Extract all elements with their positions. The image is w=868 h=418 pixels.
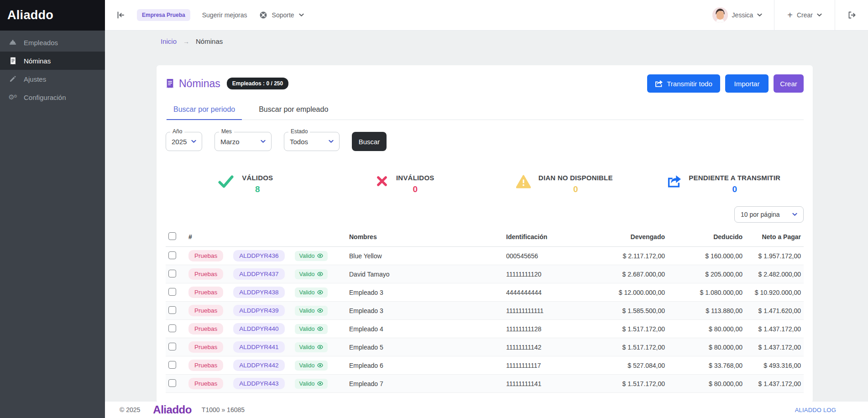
earned-amount: $ 527.084,00 — [595, 356, 668, 375]
payroll-code-link[interactable]: ALDDPYR437 — [233, 268, 284, 280]
test-tag-badge: Pruebas — [188, 250, 223, 261]
sidebar-item-configuracion[interactable]: ⚙⚙ Configuración — [0, 88, 105, 106]
eye-icon — [317, 271, 323, 277]
breadcrumb-home-link[interactable]: Inicio — [161, 37, 177, 45]
eye-icon — [317, 253, 323, 259]
status-valid-badge[interactable]: Valido — [295, 379, 328, 389]
sidebar-item-label: Configuración — [24, 94, 66, 101]
payroll-code-link[interactable]: ALDDPYR436 — [233, 250, 284, 261]
row-checkbox[interactable] — [168, 288, 176, 296]
page-size-value: 10 por página — [741, 211, 788, 218]
row-checkbox[interactable] — [168, 361, 176, 369]
net-amount: $ 1.471.620,00 — [745, 302, 804, 320]
month-select[interactable]: Mes Marzo — [214, 132, 272, 151]
aliaddo-log-link[interactable]: ALIADDO LOG — [795, 407, 836, 413]
employee-id: 11111111120 — [503, 265, 595, 283]
stat-label: DIAN NO DISPONIBLE — [539, 174, 613, 182]
filters-row: Año 2025 Mes Marzo Estado Todos Busc — [166, 132, 804, 151]
import-button[interactable]: Importar — [725, 74, 769, 93]
stat-block: INVÁLIDOS 0 — [325, 174, 485, 194]
life-ring-icon — [259, 11, 267, 19]
row-checkbox[interactable] — [168, 379, 176, 387]
plus-icon: + — [787, 10, 793, 20]
eye-icon — [317, 362, 323, 368]
create-button[interactable]: Crear — [774, 74, 804, 93]
sidebar-collapse-icon[interactable] — [116, 10, 125, 20]
status-valid-badge[interactable]: Valido — [295, 324, 328, 334]
status-valid-badge[interactable]: Valido — [295, 342, 328, 352]
eye-icon — [317, 381, 323, 387]
pagesize-row: 10 por página — [166, 206, 804, 223]
deducted-amount: $ 1.080.000,00 — [668, 283, 745, 302]
breadcrumb: Inicio → Nóminas — [161, 37, 813, 45]
state-value: Todos — [290, 138, 324, 146]
net-amount: $ 1.957.172,00 — [745, 247, 804, 265]
year-select[interactable]: Año 2025 — [166, 132, 202, 151]
net-amount: $ 1.437.172,00 — [745, 375, 804, 393]
invoice-icon — [8, 57, 17, 65]
pencil-icon — [8, 75, 17, 83]
user-name: Jessica — [732, 11, 753, 19]
logout-button[interactable] — [835, 10, 868, 20]
eye-icon — [317, 344, 323, 350]
employee-id: 111111111111 — [503, 302, 595, 320]
page-title: Nóminas — [166, 78, 220, 90]
sidebar-item-ajustes[interactable]: Ajustes — [0, 70, 105, 88]
earned-amount: $ 2.687.000,00 — [595, 265, 668, 283]
year-value: 2025 — [172, 138, 187, 146]
deducted-amount: $ 113.880,00 — [668, 302, 745, 320]
eye-icon — [317, 326, 323, 332]
page-title-text: Nóminas — [179, 78, 220, 90]
deducted-amount: $ 160.000,00 — [668, 247, 745, 265]
employee-id: 000545656 — [503, 247, 595, 265]
sidebar-item-empleados[interactable]: Empleados — [0, 33, 105, 52]
search-button[interactable]: Buscar — [352, 132, 387, 151]
payroll-code-link[interactable]: ALDDPYR442 — [233, 360, 284, 371]
payroll-code-link[interactable]: ALDDPYR439 — [233, 305, 284, 316]
stat-value: 0 — [573, 184, 578, 194]
tab-search-by-period[interactable]: Buscar por periodo — [167, 105, 242, 120]
state-select[interactable]: Estado Todos — [284, 132, 340, 151]
status-valid-badge[interactable]: Valido — [295, 251, 328, 261]
status-valid-badge[interactable]: Valido — [295, 361, 328, 371]
payroll-code-link[interactable]: ALDDPYR443 — [233, 378, 284, 389]
x-icon — [376, 175, 388, 188]
user-menu[interactable]: Jessica — [701, 7, 774, 23]
payroll-code-link[interactable]: ALDDPYR440 — [233, 323, 284, 334]
create-label: Crear — [797, 11, 813, 19]
support-menu[interactable]: Soporte — [259, 11, 304, 19]
earned-amount: $ 1.517.172,00 — [595, 320, 668, 338]
employee-name: Blue Yellow — [346, 247, 503, 265]
payroll-code-link[interactable]: ALDDPYR441 — [233, 341, 284, 353]
row-checkbox[interactable] — [168, 343, 176, 350]
deducted-amount: $ 80.000,00 — [668, 375, 745, 393]
page-size-select[interactable]: 10 por página — [734, 206, 804, 223]
suggest-improvements-link[interactable]: Sugerir mejoras — [202, 11, 247, 19]
version-text: T1000 » 16085 — [202, 406, 245, 413]
deducted-amount: $ 80.000,00 — [668, 320, 745, 338]
status-valid-badge[interactable]: Valido — [295, 269, 328, 279]
transmit-all-button[interactable]: Transmitir todo — [647, 74, 720, 93]
copyright: © 2025 — [120, 406, 140, 413]
employee-id: 11111111117 — [503, 356, 595, 375]
earned-amount: $ 1.517.172,00 — [595, 338, 668, 356]
status-valid-badge[interactable]: Valido — [295, 306, 328, 316]
check-icon — [218, 175, 234, 188]
row-checkbox[interactable] — [168, 324, 176, 332]
table-row: Pruebas ALDDPYR440 Valido Empleado 4 111… — [166, 320, 804, 338]
employee-name: Empleado 6 — [346, 356, 503, 375]
stat-block: DIAN NO DISPONIBLE 0 — [485, 174, 644, 194]
create-menu[interactable]: + Crear — [774, 10, 835, 20]
main-area: Empresa Prueba Sugerir mejoras Soporte J… — [105, 0, 868, 418]
status-summary: VÁLIDOS 8 INVÁLIDOS 0 DIAN NO DISPONIBLE… — [166, 174, 804, 194]
payroll-code-link[interactable]: ALDDPYR438 — [233, 287, 284, 298]
row-checkbox[interactable] — [168, 251, 176, 259]
tab-search-by-employee[interactable]: Buscar por empleado — [252, 105, 335, 120]
company-badge[interactable]: Empresa Prueba — [137, 9, 190, 21]
select-all-checkbox[interactable] — [168, 232, 176, 240]
sidebar-item-nominas[interactable]: Nóminas — [0, 52, 105, 70]
row-checkbox[interactable] — [168, 270, 176, 277]
status-valid-badge[interactable]: Valido — [295, 287, 328, 298]
row-checkbox[interactable] — [168, 306, 176, 314]
employee-name: Empleado 3 — [346, 302, 503, 320]
